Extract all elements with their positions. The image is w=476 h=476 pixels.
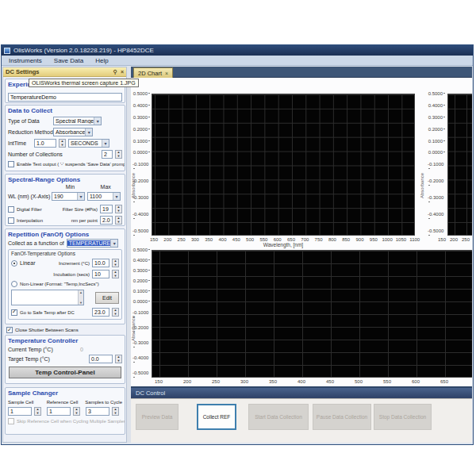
edit-button[interactable]: Edit — [95, 292, 119, 304]
y-tick-label: -0.3000 — [132, 195, 150, 205]
y-tick-label: 0.1000 — [133, 289, 150, 294]
inttime-spinner[interactable]: ▲▼ — [59, 139, 66, 148]
safe-temp-checkbox[interactable] — [11, 309, 17, 316]
incubation-spinner[interactable]: ▲▼ — [112, 270, 119, 278]
scroll-up-icon[interactable]: ▲ — [79, 290, 83, 294]
chart-zone: 2D Chart × Absorbance 0.50000.40000.3000… — [131, 67, 472, 443]
repetition-group: Repetition (FanOf) Options Collect as a … — [5, 228, 125, 324]
y-tick-label: -0.1000 — [428, 162, 445, 171]
menu-save-data[interactable]: Save Data — [54, 57, 83, 64]
tab-close-icon[interactable]: × — [165, 71, 168, 76]
digital-filter-checkbox[interactable] — [8, 206, 14, 213]
linear-radio[interactable] — [11, 260, 17, 267]
menu-help[interactable]: Help — [95, 57, 108, 64]
collect-ref-button[interactable]: Collect REF — [197, 404, 236, 430]
enable-text-checkbox[interactable] — [8, 161, 14, 167]
spinner-down-icon[interactable]: ▼ — [113, 263, 118, 267]
inttime-label: IntTime — [8, 140, 32, 146]
x-axis-title: Wavelength, [nm] — [152, 242, 415, 248]
spinner-down-icon[interactable]: ▼ — [116, 359, 121, 363]
target-temp-input[interactable] — [89, 355, 113, 363]
interpolation-checkbox[interactable] — [8, 217, 14, 224]
collect-fn-select[interactable]: TEMPERATURE ▾ — [67, 239, 118, 248]
chart-canvas: Absorbance 0.50000.40000.30000.20000.100… — [131, 78, 472, 386]
scroll-down-icon[interactable]: ▼ — [79, 301, 83, 305]
reference-cell-spinner[interactable]: ▲▼ — [73, 407, 80, 416]
nonlinear-radio[interactable] — [11, 281, 17, 287]
target-temp-spinner[interactable]: ▲▼ — [115, 355, 122, 363]
menu-bar: Instruments Save Data Help — [2, 56, 473, 66]
window-title: OlisWorks (Version 2.0.18228.219) - HP84… — [13, 47, 154, 54]
chart-plot-top-right — [447, 94, 472, 236]
max-label: Max — [89, 184, 122, 190]
collections-label: Number of Collections — [8, 152, 99, 157]
chart-plot-top — [152, 94, 415, 236]
reference-cell-label: Reference Cell — [47, 400, 83, 405]
samples-to-cycle-spinner[interactable]: ▲▼ — [112, 407, 119, 416]
close-icon[interactable]: × — [121, 69, 124, 75]
combo-value: 1100 — [88, 194, 113, 199]
x-tick-label: 350 — [269, 379, 277, 384]
tooltip: OLISWorks thermal screen capture 1.JPG — [29, 79, 139, 87]
nonlinear-temp-list[interactable]: ▲ ▼ — [11, 290, 84, 305]
spinner-down-icon[interactable]: ▼ — [35, 412, 40, 416]
x-tick-label: 600 — [412, 379, 420, 384]
temp-control-panel-button[interactable]: Temp Control-Panel — [9, 367, 121, 378]
x-tick-label: 200 — [183, 379, 191, 384]
y-tick-label: -0.1000 — [132, 310, 150, 320]
list-scrollbar[interactable]: ▲ ▼ — [78, 290, 83, 305]
reduction-method-select[interactable]: Absorbance ▾ — [53, 128, 93, 136]
inttime-input[interactable] — [34, 139, 56, 148]
spinner-down-icon[interactable]: ▼ — [113, 313, 118, 317]
x-tick-label: 450 — [326, 379, 334, 384]
spinner-down-icon[interactable]: ▼ — [60, 144, 65, 148]
reference-cell-input[interactable] — [47, 407, 71, 416]
experiment-name-input[interactable] — [8, 93, 122, 102]
x-tick-label: 200 — [450, 237, 458, 242]
samples-to-cycle-input[interactable] — [86, 407, 109, 416]
x-tick-label: 400 — [298, 379, 305, 384]
temperature-controller-group: Temperature Controller Current Temp (°C)… — [5, 335, 125, 384]
target-temp-label: Target Temp (°C) — [8, 356, 86, 362]
menu-instruments[interactable]: Instruments — [9, 57, 42, 64]
spinner-down-icon[interactable]: ▼ — [116, 209, 121, 213]
filter-size-spinner[interactable]: ▲▼ — [115, 205, 122, 213]
close-shutter-checkbox[interactable] — [6, 327, 13, 333]
increment-spinner[interactable]: ▲▼ — [112, 259, 119, 267]
inttime-units-select[interactable]: SECONDS ▾ — [68, 139, 109, 148]
filter-size-input[interactable] — [100, 205, 113, 213]
x-axis-ticks: 150200250300350400450500550600650 — [152, 378, 472, 385]
y-tick-label: -0.2000 — [132, 178, 150, 188]
type-of-data-select[interactable]: Spectral Range ▾ — [53, 117, 102, 125]
sample-cell-spinner[interactable]: ▲▼ — [34, 407, 41, 416]
wl-max-select[interactable]: 1100 ▾ — [87, 192, 121, 201]
spinner-down-icon[interactable]: ▼ — [74, 412, 79, 416]
combo-value: Spectral Range — [54, 118, 94, 124]
sample-cell-input[interactable] — [8, 407, 32, 416]
dropdown-arrow-icon: ▾ — [85, 129, 92, 136]
spinner-down-icon[interactable]: ▼ — [116, 221, 121, 225]
preview-data-button: Preview Data — [136, 404, 178, 430]
type-of-data-label: Type of Data — [8, 118, 51, 124]
spinner-down-icon[interactable]: ▼ — [116, 155, 121, 159]
wl-min-select[interactable]: 190 ▾ — [52, 192, 85, 201]
spinner-down-icon[interactable]: ▼ — [113, 274, 118, 278]
safe-temp-spinner[interactable]: ▲▼ — [112, 308, 119, 317]
reduction-method-label: Reduction Method — [8, 129, 51, 135]
safe-temp-input[interactable] — [92, 308, 109, 317]
collections-spinner[interactable]: ▲▼ — [115, 150, 122, 159]
nm-per-point-spinner[interactable]: ▲▼ — [115, 216, 122, 225]
dc-control-title: DC Control — [136, 390, 165, 397]
incubation-input[interactable] — [92, 270, 109, 278]
increment-input[interactable] — [92, 259, 109, 267]
nm-per-point-input[interactable] — [100, 216, 113, 225]
y-tick-label: 0.4000 — [133, 258, 150, 263]
pin-icon[interactable]: ⚲ — [113, 69, 117, 75]
skip-reference-checkbox — [8, 418, 14, 424]
y-tick-label: 0.0000 — [428, 150, 445, 155]
y-tick-label: 0.4000 — [133, 103, 150, 108]
y-tick-label: 0.4000 — [428, 103, 445, 108]
collections-input[interactable] — [102, 150, 113, 159]
spinner-down-icon[interactable]: ▼ — [113, 412, 118, 416]
tab-2d-chart[interactable]: 2D Chart × — [133, 67, 173, 78]
